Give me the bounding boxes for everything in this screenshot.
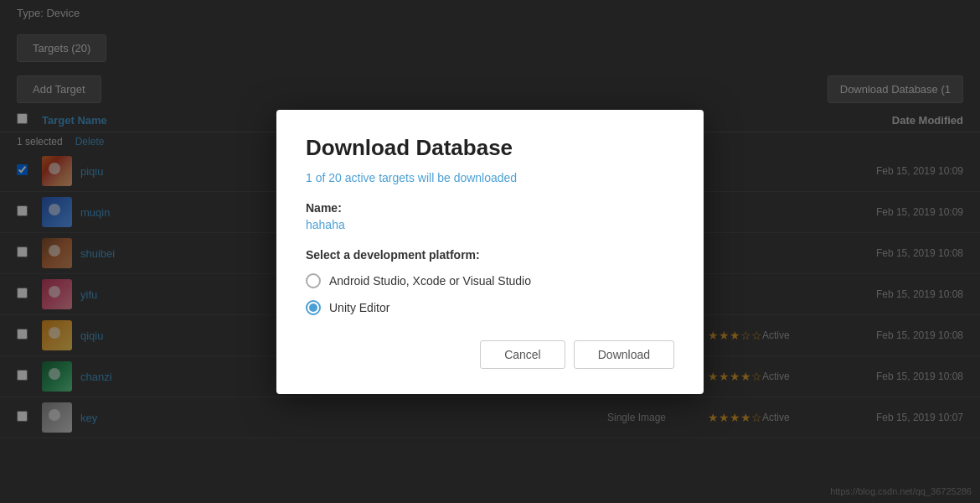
modal-platform-label: Select a development platform: (306, 248, 674, 262)
modal-title: Download Database (306, 135, 674, 161)
cancel-button[interactable]: Cancel (480, 340, 565, 369)
radio-circle-unity (306, 300, 321, 315)
radio-circle-android (306, 273, 321, 288)
modal-buttons: Cancel Download (306, 340, 674, 369)
download-button[interactable]: Download (574, 340, 674, 369)
modal-subtitle: 1 of 20 active targets will be downloade… (306, 171, 674, 184)
radio-option-unity[interactable]: Unity Editor (306, 300, 674, 315)
modal-name-label: Name: (306, 201, 674, 215)
modal-name-value: hahaha (306, 218, 674, 231)
modal-overlay: Download Database 1 of 20 active targets… (0, 0, 980, 503)
modal-dialog: Download Database 1 of 20 active targets… (276, 110, 704, 394)
radio-option-android[interactable]: Android Studio, Xcode or Visual Studio (306, 273, 674, 288)
radio-label-unity: Unity Editor (329, 301, 389, 314)
radio-label-android: Android Studio, Xcode or Visual Studio (329, 274, 531, 288)
